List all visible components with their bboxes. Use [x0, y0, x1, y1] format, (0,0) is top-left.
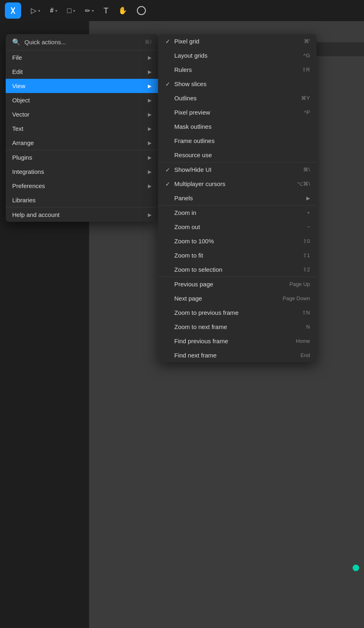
toolbar: ▷ ▾ # ▾ □ ▾ ✏ ▾ T ✋	[0, 0, 364, 21]
frame-tool[interactable]: # ▾	[47, 4, 61, 17]
view-submenu: ✓ Pixel grid ⌘' ✓ Layout grids ^G ✓ Rule…	[158, 34, 316, 362]
submenu-item-layout-grids[interactable]: ✓ Layout grids ^G	[158, 48, 316, 63]
next-page-shortcut: Page Down	[283, 295, 310, 301]
submenu-item-pixel-preview[interactable]: ✓ Pixel preview ^P	[158, 105, 316, 119]
move-tool[interactable]: ▷ ▾	[28, 4, 43, 17]
plugins-arrow-icon: ▶	[148, 155, 152, 160]
submenu-item-next-page[interactable]: ✓ Next page Page Down	[158, 291, 316, 305]
submenu-item-zoom-fit[interactable]: ✓ Zoom to fit ⇧1	[158, 248, 316, 262]
search-icon: 🔍	[12, 38, 20, 46]
menu-item-plugins[interactable]: Plugins ▶	[6, 150, 158, 165]
pen-tool[interactable]: ✏ ▾	[82, 4, 97, 17]
pixel-preview-shortcut: ^P	[304, 109, 310, 115]
submenu-section-3: ✓ Zoom in + ✓ Zoom out − ✓ Zoom to 100% …	[158, 206, 316, 277]
menu-item-integrations[interactable]: Integrations ▶	[6, 165, 158, 179]
rulers-shortcut: ⇧R	[302, 67, 310, 73]
zoom-in-shortcut: +	[307, 210, 310, 216]
submenu-item-resource-use[interactable]: ✓ Resource use	[158, 148, 316, 162]
show-hide-ui-shortcut: ⌘\	[303, 167, 310, 173]
main-menu: 🔍 Quick actions... ⌘/ File ▶ Edit ▶ View…	[6, 34, 158, 222]
edit-arrow-icon: ▶	[148, 69, 152, 75]
menu-item-libraries[interactable]: Libraries	[6, 193, 158, 207]
zoom-fit-shortcut: ⇧1	[303, 252, 310, 258]
menu-section-3: Help and account ▶	[6, 208, 158, 222]
menu-item-edit[interactable]: Edit ▶	[6, 65, 158, 79]
submenu-item-show-slices[interactable]: ✓ Show slices	[158, 77, 316, 91]
submenu-item-panels[interactable]: ✓ Panels ▶	[158, 191, 316, 205]
zoom-prev-frame-shortcut: ⇧N	[302, 310, 310, 316]
submenu-item-zoom-prev-frame[interactable]: ✓ Zoom to previous frame ⇧N	[158, 305, 316, 320]
find-next-frame-shortcut: End	[301, 352, 310, 358]
comment-tool[interactable]	[134, 4, 149, 17]
shape-tool-chevron: ▾	[73, 9, 75, 13]
zoom-out-shortcut: −	[307, 224, 310, 230]
submenu-item-zoom-out[interactable]: ✓ Zoom out −	[158, 220, 316, 234]
menu-section-2: Plugins ▶ Integrations ▶ Preferences ▶ L…	[6, 150, 158, 208]
menu-item-arrange[interactable]: Arrange ▶	[6, 136, 158, 150]
integrations-arrow-icon: ▶	[148, 169, 152, 175]
pixel-grid-shortcut: ⌘'	[304, 38, 310, 44]
search-shortcut: ⌘/	[145, 39, 152, 45]
submenu-item-show-hide-ui[interactable]: ✓ Show/Hide UI ⌘\	[158, 162, 316, 177]
submenu-section-2: ✓ Show/Hide UI ⌘\ ✓ Multiplayer cursors …	[158, 162, 316, 206]
panels-arrow-icon: ▶	[306, 195, 310, 201]
text-tool[interactable]: T	[100, 4, 112, 18]
pen-tool-chevron: ▾	[92, 9, 94, 13]
menu-section-1: File ▶ Edit ▶ View ▶ Object ▶ Vector ▶ T…	[6, 50, 158, 150]
search-placeholder: Quick actions...	[24, 39, 141, 45]
menu-item-file[interactable]: File ▶	[6, 50, 158, 65]
layout-grids-shortcut: ^G	[303, 52, 310, 58]
zoom-next-frame-shortcut: N	[306, 324, 310, 330]
show-slices-check: ✓	[165, 81, 171, 87]
move-tool-chevron: ▾	[38, 9, 40, 13]
submenu-item-zoom-100[interactable]: ✓ Zoom to 100% ⇧0	[158, 234, 316, 248]
submenu-item-zoom-next-frame[interactable]: ✓ Zoom to next frame N	[158, 320, 316, 334]
toolbar-tools: ▷ ▾ # ▾ □ ▾ ✏ ▾ T ✋	[28, 4, 149, 18]
app-logo[interactable]	[5, 2, 21, 19]
multiplayer-check: ✓	[165, 181, 171, 187]
show-hide-ui-check: ✓	[165, 167, 171, 173]
submenu-item-mask-outlines[interactable]: ✓ Mask outlines	[158, 119, 316, 134]
multiplayer-shortcut: ⌥⌘\	[297, 181, 310, 187]
pixel-grid-check: ✓	[165, 38, 171, 45]
submenu-section-1: ✓ Pixel grid ⌘' ✓ Layout grids ^G ✓ Rule…	[158, 34, 316, 162]
object-arrow-icon: ▶	[148, 97, 152, 103]
view-arrow-icon: ▶	[148, 83, 152, 89]
submenu-item-pixel-grid[interactable]: ✓ Pixel grid ⌘'	[158, 34, 316, 48]
submenu-item-outlines[interactable]: ✓ Outlines ⌘Y	[158, 91, 316, 105]
zoom-100-shortcut: ⇧0	[303, 238, 310, 244]
submenu-item-prev-page[interactable]: ✓ Previous page Page Up	[158, 277, 316, 291]
teal-indicator	[353, 565, 359, 571]
submenu-item-zoom-selection[interactable]: ✓ Zoom to selection ⇧2	[158, 262, 316, 277]
submenu-item-find-next-frame[interactable]: ✓ Find next frame End	[158, 348, 316, 362]
hand-tool[interactable]: ✋	[115, 4, 130, 17]
submenu-item-rulers[interactable]: ✓ Rulers ⇧R	[158, 63, 316, 77]
submenu-item-zoom-in[interactable]: ✓ Zoom in +	[158, 206, 316, 220]
prev-page-shortcut: Page Up	[289, 281, 310, 287]
menu-item-view[interactable]: View ▶	[6, 79, 158, 93]
text-arrow-icon: ▶	[148, 126, 152, 132]
preferences-arrow-icon: ▶	[148, 183, 152, 189]
menu-item-preferences[interactable]: Preferences ▶	[6, 179, 158, 193]
shape-tool[interactable]: □ ▾	[64, 4, 78, 17]
help-arrow-icon: ▶	[148, 212, 152, 218]
menu-item-text[interactable]: Text ▶	[6, 121, 158, 136]
file-arrow-icon: ▶	[148, 55, 152, 61]
vector-arrow-icon: ▶	[148, 112, 152, 117]
submenu-item-find-prev-frame[interactable]: ✓ Find previous frame Home	[158, 334, 316, 348]
submenu-item-multiplayer-cursors[interactable]: ✓ Multiplayer cursors ⌥⌘\	[158, 177, 316, 191]
submenu-item-frame-outlines[interactable]: ✓ Frame outlines	[158, 134, 316, 148]
menu-item-object[interactable]: Object ▶	[6, 93, 158, 107]
arrange-arrow-icon: ▶	[148, 140, 152, 146]
menu-item-vector[interactable]: Vector ▶	[6, 107, 158, 121]
menu-item-help[interactable]: Help and account ▶	[6, 208, 158, 222]
zoom-selection-shortcut: ⇧2	[303, 266, 310, 273]
find-prev-frame-shortcut: Home	[296, 338, 310, 344]
frame-tool-chevron: ▾	[55, 9, 57, 13]
outlines-shortcut: ⌘Y	[301, 95, 310, 101]
search-row: 🔍 Quick actions... ⌘/	[6, 34, 158, 50]
submenu-section-4: ✓ Previous page Page Up ✓ Next page Page…	[158, 277, 316, 362]
